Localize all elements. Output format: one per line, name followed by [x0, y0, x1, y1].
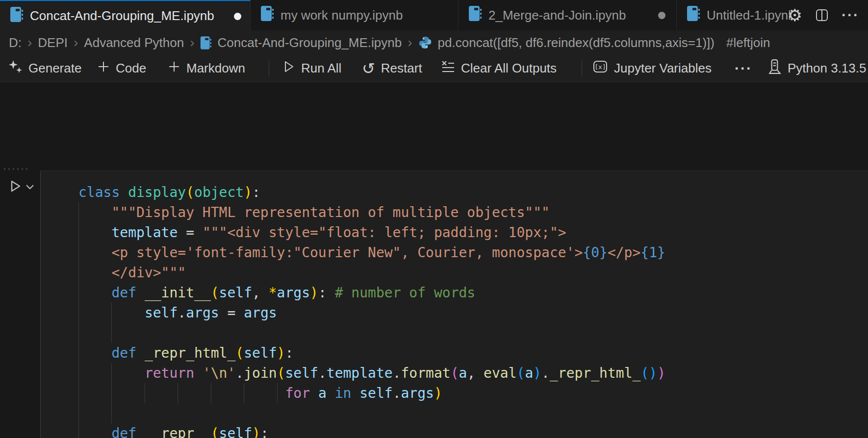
vscode-notebook-window: Concat-And-Grouping_ME.ipynb my work num…: [0, 0, 868, 438]
cell-focus-border: [40, 171, 41, 438]
jupyter-variables-button[interactable]: [x] Jupyter Variables: [592, 55, 712, 82]
restart-icon: ↺: [362, 59, 375, 78]
notebook-file-icon: [260, 5, 274, 25]
python-symbol-icon: [418, 36, 432, 49]
code-line: self.args = args: [78, 303, 665, 323]
toolbar-more-icon[interactable]: ···: [735, 55, 752, 82]
tab-my-work-numpy[interactable]: my work numpy.ipynb: [251, 0, 459, 30]
plus-icon: [97, 60, 110, 76]
code-line: def __init__(self, *args): # number of w…: [78, 283, 665, 303]
restart-button[interactable]: ↺ Restart: [362, 55, 422, 82]
tab-label: Concat-And-Grouping_ME.ipynb: [30, 8, 214, 24]
code-line: <p style='font-family:"Courier New", Cou…: [78, 243, 665, 263]
kernel-icon: [768, 59, 782, 78]
split-editor-icon[interactable]: [815, 8, 829, 22]
clear-all-outputs-button[interactable]: Clear All Outputs: [440, 55, 557, 82]
more-actions-icon[interactable]: ···: [842, 7, 859, 24]
toolbar-separator: [582, 61, 582, 76]
code-line: def __repr__(self):: [78, 423, 665, 438]
code-line: class display(object):: [78, 182, 665, 202]
editor-tab-bar: Concat-And-Grouping_ME.ipynb my work num…: [0, 0, 868, 30]
code-line: def _repr_html_(self):: [78, 343, 665, 363]
toolbar-separator: [269, 61, 269, 76]
code-line: for a in self.args): [78, 383, 665, 403]
notebook-file-icon: [687, 5, 700, 25]
sparkle-icon: [8, 59, 23, 77]
cell-drag-handle[interactable]: [4, 168, 29, 170]
breadcrumb-folder-advanced-python[interactable]: Advanced Python: [84, 35, 184, 50]
code-line: """Display HTML representation of multip…: [78, 202, 665, 222]
tab-label: Untitled-1.ipynb: [707, 8, 791, 23]
tab-merge-and-join[interactable]: 2_Merge-and-Join.ipynb: [459, 0, 677, 30]
notebook-file-icon: [200, 36, 211, 50]
notebook-cell-area: class display(object): """Display HTML r…: [0, 82, 868, 438]
breadcrumb: D: › DEPI › Advanced Python › Concat-And…: [0, 30, 868, 55]
run-all-icon: [281, 59, 295, 77]
chevron-right-icon: ›: [27, 35, 32, 50]
code-line: template = """<div style="float: left; p…: [78, 222, 665, 243]
run-all-label: Run All: [301, 61, 341, 76]
breadcrumb-symbol-comment[interactable]: #leftjoin: [726, 35, 770, 50]
settings-gear-icon[interactable]: ⚙: [788, 7, 802, 24]
breadcrumb-folder-depi[interactable]: DEPI: [38, 35, 68, 50]
code-line: </div>""": [78, 263, 665, 283]
add-code-button[interactable]: Code: [97, 55, 146, 82]
svg-text:[x]: [x]: [594, 63, 606, 71]
notebook-file-icon: [10, 6, 23, 26]
clear-outputs-icon: [440, 59, 455, 77]
code-editor[interactable]: class display(object): """Display HTML r…: [41, 171, 868, 438]
chevron-right-icon: ›: [74, 35, 78, 50]
tab-untitled-1[interactable]: Untitled-1.ipynb: [677, 0, 791, 30]
kernel-picker[interactable]: Python 3.13.5: [768, 55, 866, 82]
add-markdown-label: Markdown: [186, 61, 245, 76]
breadcrumb-file[interactable]: Concat-And-Grouping_ME.ipynb: [217, 35, 402, 50]
modified-dot-icon[interactable]: [234, 13, 241, 20]
breadcrumb-drive[interactable]: D:: [9, 35, 22, 50]
tab-label: 2_Merge-and-Join.ipynb: [488, 8, 626, 23]
editor-actions: ⚙ ···: [791, 0, 868, 30]
notebook-toolbar: Generate Code Markdown Run All ↺ Restart: [0, 55, 868, 82]
tab-concat-and-grouping[interactable]: Concat-And-Grouping_ME.ipynb: [0, 0, 251, 31]
kernel-label: Python 3.13.5: [788, 61, 866, 76]
clear-all-outputs-label: Clear All Outputs: [461, 61, 557, 76]
restart-label: Restart: [381, 61, 422, 76]
breadcrumb-symbol[interactable]: pd.concat([df5, df6.reindex(df5.columns,…: [438, 35, 715, 50]
chevron-right-icon: ›: [190, 35, 194, 50]
generate-label: Generate: [28, 61, 81, 76]
code-line: [78, 403, 665, 423]
notebook-file-icon: [468, 5, 482, 25]
run-cell-button[interactable]: [7, 178, 23, 196]
code-lines: class display(object): """Display HTML r…: [41, 182, 665, 438]
tab-label: my work numpy.ipynb: [281, 8, 403, 23]
variables-icon: [x]: [592, 59, 608, 78]
jupyter-variables-label: Jupyter Variables: [614, 61, 712, 76]
generate-button[interactable]: Generate: [8, 55, 81, 82]
run-options-chevron-icon[interactable]: [25, 182, 35, 194]
plus-icon: [168, 60, 180, 76]
add-markdown-button[interactable]: Markdown: [168, 55, 245, 82]
code-line: return '\n'.join(self.template.format(a,…: [78, 363, 665, 383]
code-line: [78, 323, 665, 343]
modified-dot-icon[interactable]: [658, 12, 665, 19]
add-code-label: Code: [116, 61, 146, 76]
chevron-right-icon: ›: [408, 35, 412, 50]
run-all-button[interactable]: Run All: [281, 55, 341, 82]
